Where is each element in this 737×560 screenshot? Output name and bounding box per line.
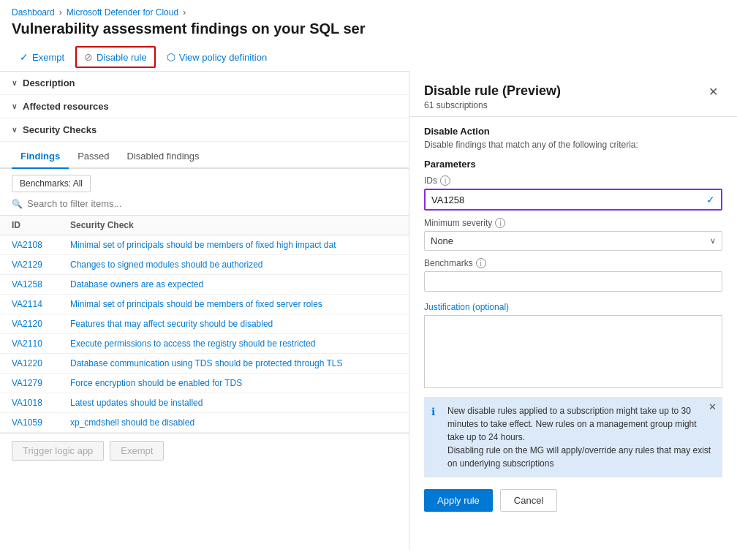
benchmarks-info-icon[interactable]: i [476, 258, 486, 268]
min-severity-label-text: Minimum severity [424, 218, 492, 228]
apply-rule-button[interactable]: Apply rule [424, 489, 493, 512]
disable-rule-label: Disable rule [97, 52, 147, 63]
section-security-label: Security Checks [23, 124, 97, 135]
action-row: Apply rule Cancel [424, 489, 722, 523]
col-check: Security Check [70, 220, 397, 230]
justification-textarea[interactable] [424, 315, 722, 388]
ids-input[interactable]: VA1258 ✓ [424, 189, 722, 211]
breadcrumb-sep2: › [183, 7, 186, 18]
table-row: VA2110 Execute permissions to access the… [0, 334, 409, 354]
disable-rule-icon: ⊘ [84, 51, 93, 63]
breadcrumb-sep1: › [59, 7, 62, 18]
exempt-button[interactable]: ✓ Exempt [12, 47, 72, 67]
tab-passed[interactable]: Passed [69, 145, 118, 169]
benchmarks-input[interactable] [424, 271, 722, 292]
benchmarks-label-text: Benchmarks [424, 258, 473, 268]
toolbar: ✓ Exempt ⊘ Disable rule ⬡ View policy de… [0, 43, 409, 72]
cell-id-9[interactable]: VA1059 [12, 417, 70, 428]
section-affected-resources[interactable]: ∨ Affected resources [0, 95, 409, 118]
main-layout: ∨ Description ∨ Affected resources ∨ Sec… [0, 72, 737, 550]
panel-title: Disable rule (Preview) [424, 83, 561, 99]
info-box-close-button[interactable]: ✕ [708, 401, 717, 412]
cancel-button[interactable]: Cancel [500, 489, 557, 512]
breadcrumb-dashboard[interactable]: Dashboard [12, 7, 55, 18]
col-id: ID [12, 220, 70, 230]
trigger-logic-app-button[interactable]: Trigger logic app [12, 441, 104, 461]
panel-header-text: Disable rule (Preview) 61 subscriptions [424, 83, 561, 110]
cell-check-2: Database owners are as expected [70, 279, 397, 290]
exempt-icon: ✓ [20, 51, 29, 63]
disable-action-label: Disable Action [424, 126, 722, 137]
justification-label: Justification (optional) [424, 302, 722, 312]
table-row: VA1018 Latest updates should be installe… [0, 393, 409, 413]
table-row: VA1059 xp_cmdshell should be disabled [0, 413, 409, 433]
ids-check-icon: ✓ [706, 194, 715, 205]
ids-value: VA1258 [431, 194, 464, 205]
cell-id-6[interactable]: VA1220 [12, 358, 70, 368]
table-row: VA2120 Features that may affect security… [0, 314, 409, 334]
table-row: VA2114 Minimal set of principals should … [0, 295, 409, 314]
ids-label-text: IDs [424, 175, 437, 186]
min-severity-select[interactable]: None ∨ [424, 231, 722, 251]
panel-subtitle: 61 subscriptions [424, 100, 561, 110]
cell-check-6: Database communication using TDS should … [70, 358, 397, 368]
breadcrumb-defender[interactable]: Microsoft Defender for Cloud [67, 7, 178, 18]
cell-check-5: Execute permissions to access the regist… [70, 338, 397, 349]
tabs-row: Findings Passed Disabled findings [0, 145, 409, 169]
bottom-bar: Trigger logic app Exempt [0, 433, 409, 468]
view-policy-icon: ⬡ [167, 51, 175, 63]
cell-check-8: Latest updates should be installed [70, 398, 397, 408]
cell-id-8[interactable]: VA1018 [12, 398, 70, 408]
params-label: Parameters [424, 159, 722, 170]
info-box-text: New disable rules applied to a subscript… [447, 406, 711, 469]
search-row: 🔍 [0, 195, 409, 216]
cell-id-0[interactable]: VA2108 [12, 240, 70, 250]
ids-info-icon[interactable]: i [440, 175, 450, 186]
section-description[interactable]: ∨ Description [0, 72, 409, 95]
exempt-bottom-button[interactable]: Exempt [110, 441, 164, 461]
chevron-description-icon: ∨ [12, 79, 17, 87]
chevron-security-icon: ∨ [12, 126, 17, 134]
close-panel-button[interactable]: ✕ [704, 83, 722, 100]
disable-rule-button[interactable]: ⊘ Disable rule [75, 46, 156, 68]
left-panel: ∨ Description ∨ Affected resources ∨ Sec… [0, 72, 409, 550]
cell-check-0: Minimal set of principals should be memb… [70, 240, 397, 250]
table-row: VA1258 Database owners are as expected [0, 275, 409, 295]
cell-id-7[interactable]: VA1279 [12, 378, 70, 388]
cell-check-7: Force encryption should be enabled for T… [70, 378, 397, 388]
cell-check-9: xp_cmdshell should be disabled [70, 417, 397, 428]
info-box: ℹ ✕ New disable rules applied to a subsc… [424, 397, 722, 477]
panel-header: Disable rule (Preview) 61 subscriptions … [409, 72, 737, 117]
page-title: Vulnerability assessment findings on you… [0, 19, 409, 43]
panel-body: Disable Action Disable findings that mat… [409, 117, 737, 532]
table-row: VA1220 Database communication using TDS … [0, 354, 409, 374]
table-row: VA2129 Changes to signed modules should … [0, 255, 409, 275]
min-severity-label: Minimum severity i [424, 218, 722, 228]
cell-id-3[interactable]: VA2114 [12, 299, 70, 309]
tab-findings[interactable]: Findings [12, 145, 69, 169]
view-policy-button[interactable]: ⬡ View policy definition [159, 47, 275, 67]
cell-id-1[interactable]: VA2129 [12, 260, 70, 270]
tab-disabled-findings[interactable]: Disabled findings [118, 145, 208, 169]
cell-check-1: Changes to signed modules should be auth… [70, 260, 397, 270]
min-severity-chevron-icon: ∨ [710, 236, 716, 246]
cell-check-3: Minimal set of principals should be memb… [70, 299, 397, 309]
right-panel: Disable rule (Preview) 61 subscriptions … [409, 72, 737, 550]
exempt-label: Exempt [32, 52, 64, 63]
benchmarks-filter-button[interactable]: Benchmarks: All [12, 175, 91, 192]
view-policy-label: View policy definition [179, 52, 267, 63]
cell-id-2[interactable]: VA1258 [12, 279, 70, 290]
search-input[interactable] [27, 198, 397, 209]
section-affected-label: Affected resources [23, 101, 109, 112]
cell-check-4: Features that may affect security should… [70, 319, 397, 329]
cell-id-5[interactable]: VA2110 [12, 338, 70, 349]
search-icon: 🔍 [12, 199, 23, 209]
min-severity-info-icon[interactable]: i [495, 218, 505, 228]
filter-row: Benchmarks: All [0, 169, 409, 195]
ids-field-label: IDs i [424, 175, 722, 186]
disable-action-desc: Disable findings that match any of the f… [424, 140, 722, 150]
min-severity-value: None [431, 235, 453, 246]
table-row: VA2108 Minimal set of principals should … [0, 235, 409, 255]
section-security-checks[interactable]: ∨ Security Checks [0, 118, 409, 142]
cell-id-4[interactable]: VA2120 [12, 319, 70, 329]
